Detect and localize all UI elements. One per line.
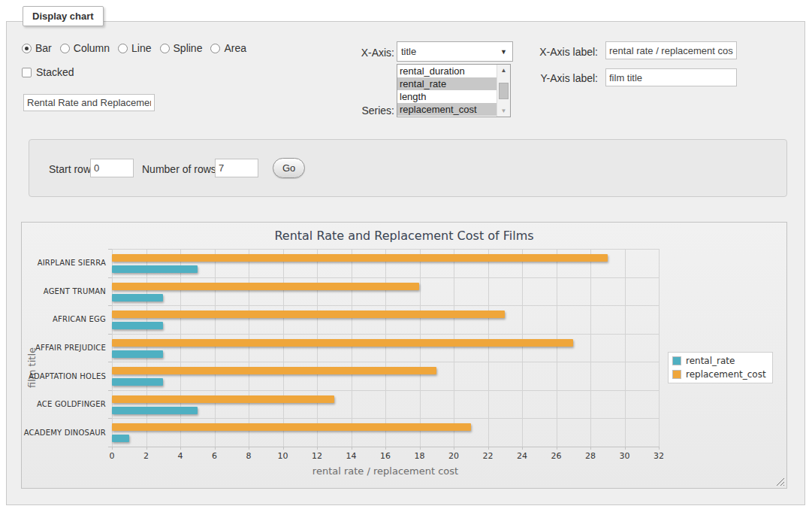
- bar-rental_rate[interactable]: [112, 378, 163, 386]
- scroll-up-icon[interactable]: ▲: [497, 65, 510, 76]
- bar-replacement_cost[interactable]: [112, 423, 471, 431]
- bar-rental_rate[interactable]: [112, 407, 198, 414]
- gridline-vertical: [488, 249, 489, 447]
- bar-replacement_cost[interactable]: [112, 254, 608, 262]
- series-options: rental_durationrental_ratelengthreplacem…: [397, 65, 497, 117]
- start-row-input[interactable]: [90, 159, 134, 177]
- plot-area: [112, 249, 659, 447]
- panel-title: Display chart: [23, 6, 104, 26]
- bar-rental_rate[interactable]: [112, 435, 129, 442]
- bar-rental_rate[interactable]: [112, 350, 163, 358]
- y-tick-mark: [108, 305, 112, 306]
- bar-rental_rate[interactable]: [112, 322, 163, 329]
- y-tick-mark: [108, 390, 112, 391]
- x-tick-label: 26: [551, 451, 562, 461]
- gridline-vertical: [385, 249, 386, 447]
- gridline-vertical: [180, 249, 181, 447]
- series-option-rental_rate[interactable]: rental_rate: [397, 77, 497, 90]
- chart-legend: rental_ratereplacement_cost: [668, 352, 773, 383]
- legend-label: replacement_cost: [686, 369, 766, 380]
- chart-type-option-column[interactable]: Column: [60, 42, 110, 54]
- legend-item-replacement_cost[interactable]: replacement_cost: [672, 369, 766, 380]
- y-tick-mark: [108, 418, 112, 419]
- chart-title-input[interactable]: [23, 94, 155, 111]
- x-axis-caption: X-Axis:: [319, 47, 394, 59]
- bar-replacement_cost[interactable]: [112, 395, 334, 403]
- category-label: ACE GOLDFINGER: [22, 390, 106, 419]
- radio-icon[interactable]: [22, 44, 32, 53]
- stacked-label: Stacked: [36, 66, 74, 78]
- radio-icon[interactable]: [118, 44, 128, 53]
- bar-replacement_cost[interactable]: [112, 367, 436, 374]
- chart-type-option-spline[interactable]: Spline: [160, 42, 203, 54]
- y-tick-mark: [108, 249, 112, 250]
- chart-type-option-bar[interactable]: Bar: [22, 42, 52, 54]
- legend-swatch: [672, 356, 681, 365]
- x-tick-label: 4: [178, 451, 183, 461]
- bar-rental_rate[interactable]: [112, 294, 163, 301]
- chart-type-option-line[interactable]: Line: [118, 42, 151, 54]
- series-listbox[interactable]: rental_durationrental_ratelengthreplacem…: [397, 64, 511, 117]
- x-tick-label: 28: [585, 451, 596, 461]
- app-root: Display chart BarColumnLineSplineArea St…: [0, 0, 812, 512]
- chart-container: Rental Rate and Replacement Cost of Film…: [21, 222, 787, 489]
- bar-replacement_cost[interactable]: [112, 339, 573, 347]
- gridline-vertical: [249, 249, 249, 447]
- chevron-down-icon: ▼: [500, 48, 507, 56]
- x-axis-select-value: title: [401, 46, 416, 57]
- legend-item-rental_rate[interactable]: rental_rate: [672, 356, 766, 366]
- x-tick-label: 2: [143, 451, 149, 461]
- x-tick-label: 14: [346, 451, 357, 461]
- chart-type-group: BarColumnLineSplineArea: [22, 42, 246, 54]
- x-axis-line: [112, 447, 659, 447]
- bar-rental_rate[interactable]: [112, 265, 198, 273]
- gridline-horizontal: [112, 334, 659, 335]
- category-labels: AIRPLANE SIERRAAGENT TRUMANAFRICAN EGGAF…: [22, 249, 106, 447]
- gridline-vertical: [317, 249, 318, 447]
- x-tick-label: 10: [278, 451, 288, 461]
- gridline-vertical: [146, 249, 147, 447]
- gridline-vertical: [625, 249, 626, 447]
- gridline-vertical: [557, 249, 557, 447]
- scroll-down-icon[interactable]: ▼: [497, 105, 510, 117]
- category-label: ACADEMY DINOSAUR: [22, 418, 106, 447]
- stacked-option[interactable]: Stacked: [22, 66, 74, 78]
- num-rows-input[interactable]: [215, 159, 258, 177]
- go-button[interactable]: Go: [273, 158, 305, 178]
- x-axis-select[interactable]: title ▼: [397, 41, 513, 62]
- x-axis-label-input[interactable]: [605, 41, 737, 59]
- chart-type-option-area[interactable]: Area: [210, 42, 246, 54]
- category-label: AFRICAN EGG: [22, 305, 106, 334]
- series-option-rental_duration[interactable]: rental_duration: [397, 65, 497, 77]
- gridline-vertical: [352, 249, 352, 447]
- x-tick-label: 32: [654, 451, 664, 461]
- gridline-vertical: [283, 249, 284, 447]
- x-tick-label: 8: [246, 451, 252, 461]
- bar-replacement_cost[interactable]: [112, 283, 419, 290]
- scrollbar-thumb[interactable]: [499, 83, 509, 99]
- series-option-length[interactable]: length: [397, 90, 497, 103]
- chart-type-label: Column: [74, 42, 110, 54]
- x-tick-label: 12: [312, 451, 322, 461]
- gridline-horizontal: [112, 418, 659, 419]
- radio-icon[interactable]: [160, 44, 170, 53]
- category-label: AFFAIR PREJUDICE: [22, 334, 106, 362]
- gridline-vertical: [454, 249, 454, 447]
- chart-title: Rental Rate and Replacement Cost of Film…: [22, 229, 786, 243]
- x-tick-label: 24: [517, 451, 527, 461]
- radio-icon[interactable]: [210, 44, 220, 53]
- series-scrollbar[interactable]: ▲ ▼: [497, 65, 510, 117]
- y-tick-mark: [108, 362, 112, 362]
- x-tick-label: 0: [110, 451, 115, 461]
- stacked-checkbox[interactable]: [22, 68, 32, 77]
- chart-type-label: Bar: [35, 42, 52, 54]
- x-tick-label: 30: [620, 451, 630, 461]
- y-axis-label-input[interactable]: [605, 68, 737, 86]
- bar-replacement_cost[interactable]: [112, 311, 505, 318]
- chart-resize-handle[interactable]: [776, 477, 784, 486]
- gridline-vertical: [590, 249, 591, 447]
- series-option-replacement_cost[interactable]: replacement_cost: [397, 103, 497, 116]
- gridline-vertical: [522, 249, 523, 447]
- chart-type-label: Spline: [174, 42, 203, 54]
- radio-icon[interactable]: [60, 44, 70, 53]
